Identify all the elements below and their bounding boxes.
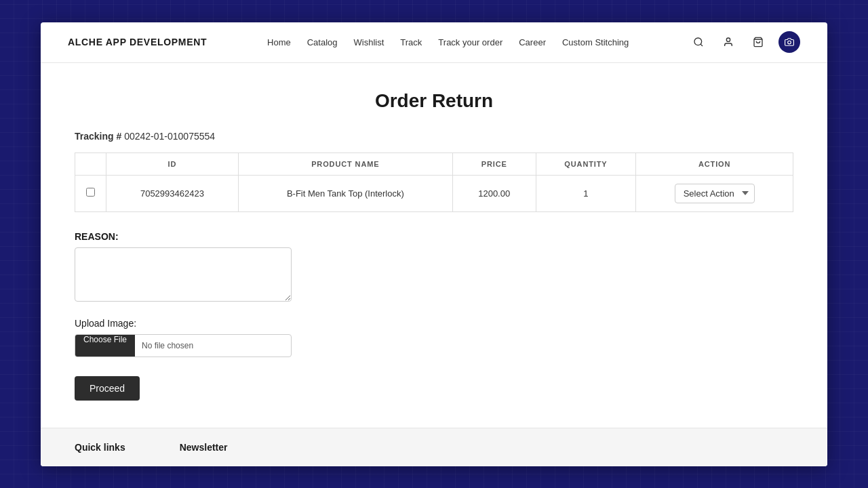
svg-line-1 — [701, 44, 703, 46]
reason-section: REASON: — [75, 231, 793, 304]
tracking-info: Tracking # 00242-01-010075554 — [75, 131, 793, 142]
reason-textarea[interactable] — [75, 247, 292, 302]
footer-quick-links: Quick links — [75, 442, 125, 453]
main-content: Order Return Tracking # 00242-01-0100755… — [41, 63, 827, 428]
nav-links: Home Catalog Wishlist Track Track your o… — [267, 37, 629, 47]
no-file-text: No file chosen — [135, 341, 291, 350]
navbar-icons — [689, 31, 800, 53]
nav-track-order[interactable]: Track your order — [438, 37, 502, 47]
tracking-number: 00242-01-010075554 — [124, 131, 215, 142]
navbar: ALCHE APP DEVELOPMENT Home Catalog Wishl… — [41, 22, 827, 63]
nav-home[interactable]: Home — [267, 37, 291, 47]
search-icon — [693, 37, 704, 47]
row-quantity: 1 — [536, 175, 636, 211]
upload-label: Upload Image: — [75, 318, 793, 329]
select-action-dropdown[interactable]: Select Action Return Exchange — [675, 184, 755, 203]
row-id: 7052993462423 — [106, 175, 239, 211]
svg-point-2 — [726, 38, 730, 41]
col-checkbox — [75, 152, 106, 175]
row-checkbox-cell — [75, 175, 106, 211]
reason-label: REASON: — [75, 231, 793, 242]
col-id: ID — [106, 152, 239, 175]
svg-point-4 — [788, 41, 791, 44]
upload-section: Upload Image: Choose File No file chosen — [75, 318, 793, 357]
user-icon — [723, 37, 734, 47]
cart-button[interactable] — [749, 33, 768, 52]
footer-newsletter-title: Newsletter — [180, 442, 228, 453]
nav-catalog[interactable]: Catalog — [307, 37, 338, 47]
col-action: ACTION — [636, 152, 793, 175]
camera-button[interactable] — [778, 31, 800, 53]
footer-newsletter: Newsletter — [180, 442, 228, 453]
col-product-name: PRODUCT NAME — [238, 152, 452, 175]
table-row: 7052993462423 B-Fit Men Tank Top (Interl… — [75, 175, 793, 211]
cart-icon — [753, 37, 764, 47]
svg-point-0 — [694, 38, 702, 45]
camera-icon — [785, 37, 794, 47]
tracking-label: Tracking # — [75, 131, 121, 142]
nav-custom-stitching[interactable]: Custom Stitching — [562, 37, 629, 47]
page-title: Order Return — [75, 90, 793, 112]
choose-file-button[interactable]: Choose File — [75, 335, 135, 357]
col-price: PRICE — [452, 152, 536, 175]
proceed-button[interactable]: Proceed — [75, 376, 140, 401]
row-checkbox[interactable] — [86, 188, 95, 197]
app-window: ALCHE APP DEVELOPMENT Home Catalog Wishl… — [41, 22, 827, 466]
order-table: ID PRODUCT NAME PRICE QUANTITY ACTION 70… — [75, 152, 793, 212]
nav-track[interactable]: Track — [400, 37, 422, 47]
brand-name: ALCHE APP DEVELOPMENT — [68, 37, 207, 47]
search-button[interactable] — [689, 33, 708, 52]
nav-career[interactable]: Career — [519, 37, 546, 47]
file-input-display[interactable]: Choose File No file chosen — [75, 334, 292, 357]
nav-wishlist[interactable]: Wishlist — [354, 37, 384, 47]
table-header: ID PRODUCT NAME PRICE QUANTITY ACTION — [75, 152, 793, 175]
row-product-name: B-Fit Men Tank Top (Interlock) — [238, 175, 452, 211]
footer-quick-links-title: Quick links — [75, 442, 125, 453]
footer: Quick links Newsletter — [41, 428, 827, 466]
col-quantity: QUANTITY — [536, 152, 636, 175]
row-price: 1200.00 — [452, 175, 536, 211]
user-button[interactable] — [719, 33, 738, 52]
table-body: 7052993462423 B-Fit Men Tank Top (Interl… — [75, 175, 793, 211]
file-input-wrapper: Choose File No file chosen — [75, 334, 292, 357]
row-action-cell: Select Action Return Exchange — [636, 175, 793, 211]
